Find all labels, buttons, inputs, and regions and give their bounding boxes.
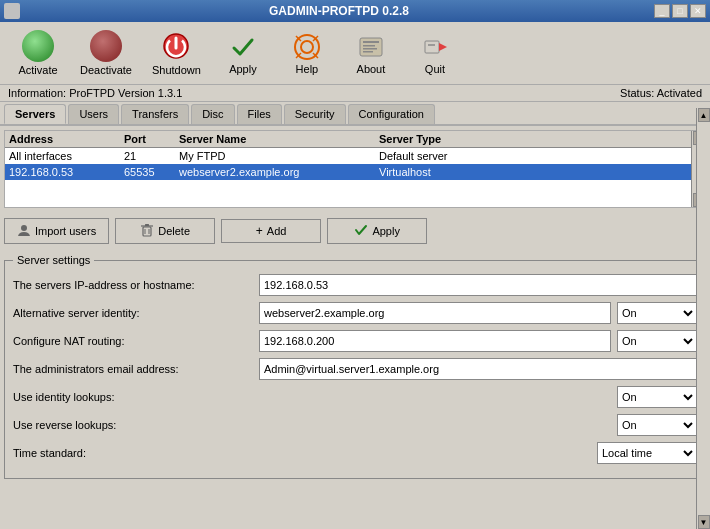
nat-routing-input[interactable] (259, 330, 611, 352)
toolbar-apply-button[interactable]: Apply (213, 27, 273, 79)
svg-rect-13 (425, 41, 439, 53)
status-bar: Information: ProFTPD Version 1.3.1 Statu… (0, 85, 710, 102)
add-button[interactable]: + Add (221, 219, 321, 243)
time-standard-row: Time standard: Local timeUTC (13, 442, 697, 464)
row0-server-name: My FTPD (179, 150, 379, 162)
shutdown-button[interactable]: Shutdown (144, 26, 209, 80)
settings-legend: Server settings (13, 254, 94, 266)
svg-point-16 (21, 225, 27, 231)
ip-address-row: The servers IP-address or hostname: (13, 274, 697, 296)
nat-routing-row: Configure NAT routing: OnOff (13, 330, 697, 352)
window-title: GADMIN-PROFTPD 0.2.8 (24, 4, 654, 18)
tab-transfers[interactable]: Transfers (121, 104, 189, 124)
status-text: Status: Activated (620, 87, 702, 99)
activate-icon (22, 30, 54, 62)
deactivate-button[interactable]: Deactivate (72, 26, 140, 80)
app-window: GADMIN-PROFTPD 0.2.8 _ □ ✕ Activate Deac… (0, 0, 710, 529)
about-icon (355, 31, 387, 63)
reverse-lookups-row: Use reverse lookups: OnOff (13, 414, 697, 436)
col-server-name: Server Name (179, 133, 379, 145)
quit-button[interactable]: Quit (405, 27, 465, 79)
col-port: Port (124, 133, 179, 145)
table-header: Address Port Server Name Server Type (5, 131, 705, 148)
import-users-label: Import users (35, 225, 96, 237)
info-text: Information: ProFTPD Version 1.3.1 (8, 87, 182, 99)
admin-email-row: The administrators email address: (13, 358, 697, 380)
help-button[interactable]: Help (277, 27, 337, 79)
close-button[interactable]: ✕ (690, 4, 706, 18)
app-icon (4, 3, 20, 19)
tab-files[interactable]: Files (237, 104, 282, 124)
toolbar-apply-label: Apply (229, 63, 257, 75)
row1-address: 192.168.0.53 (9, 166, 124, 178)
ip-address-label: The servers IP-address or hostname: (13, 279, 253, 291)
activate-button[interactable]: Activate (8, 26, 68, 80)
identity-lookups-row: Use identity lookups: OnOff (13, 386, 697, 408)
apply-checkmark-icon (354, 223, 368, 239)
maximize-button[interactable]: □ (672, 4, 688, 18)
shutdown-icon (160, 30, 192, 62)
tab-security[interactable]: Security (284, 104, 346, 124)
main-scroll-up[interactable]: ▲ (698, 108, 710, 122)
row1-server-name: webserver2.example.org (179, 166, 379, 178)
deactivate-icon (90, 30, 122, 62)
admin-email-input[interactable] (259, 358, 697, 380)
row1-server-type: Virtualhost (379, 166, 701, 178)
alt-identity-label: Alternative server identity: (13, 307, 253, 319)
tab-disc[interactable]: Disc (191, 104, 234, 124)
svg-rect-9 (363, 41, 379, 43)
help-icon (291, 31, 323, 63)
col-server-type: Server Type (379, 133, 701, 145)
add-label: Add (267, 225, 287, 237)
svg-rect-11 (363, 48, 377, 50)
tab-configuration[interactable]: Configuration (348, 104, 435, 124)
nat-routing-select[interactable]: OnOff (617, 330, 697, 352)
delete-button[interactable]: Delete (115, 218, 215, 244)
table-row[interactable]: 192.168.0.53 65535 webserver2.example.or… (5, 164, 705, 180)
ip-address-input[interactable] (259, 274, 697, 296)
alt-identity-input[interactable] (259, 302, 611, 324)
about-label: About (357, 63, 386, 75)
apply-button[interactable]: Apply (327, 218, 427, 244)
import-users-button[interactable]: Import users (4, 218, 109, 244)
apply-label: Apply (372, 225, 400, 237)
row0-server-type: Default server (379, 150, 701, 162)
activate-label: Activate (18, 64, 57, 76)
tabs-bar: Servers Users Transfers Disc Files Secur… (0, 102, 710, 126)
delete-label: Delete (158, 225, 190, 237)
apply-icon (227, 31, 259, 63)
alt-identity-row: Alternative server identity: OnOff (13, 302, 697, 324)
admin-email-label: The administrators email address: (13, 363, 253, 375)
tab-users[interactable]: Users (68, 104, 119, 124)
import-users-icon (17, 223, 31, 239)
servers-table: Address Port Server Name Server Type All… (4, 130, 706, 208)
svg-point-3 (301, 41, 313, 53)
alt-identity-select[interactable]: OnOff (617, 302, 697, 324)
main-scrollbar[interactable]: ▲ ▼ (696, 108, 710, 529)
svg-rect-19 (145, 224, 149, 226)
time-standard-select[interactable]: Local timeUTC (597, 442, 697, 464)
about-button[interactable]: About (341, 27, 401, 79)
quit-label: Quit (425, 63, 445, 75)
shutdown-label: Shutdown (152, 64, 201, 76)
svg-marker-14 (439, 43, 447, 51)
svg-rect-12 (363, 51, 373, 53)
svg-rect-17 (143, 227, 151, 236)
row0-port: 21 (124, 150, 179, 162)
quit-icon (419, 31, 451, 63)
row0-address: All interfaces (9, 150, 124, 162)
identity-lookups-select[interactable]: OnOff (617, 386, 697, 408)
time-standard-label: Time standard: (13, 447, 253, 459)
table-row[interactable]: All interfaces 21 My FTPD Default server (5, 148, 705, 164)
col-address: Address (9, 133, 124, 145)
minimize-button[interactable]: _ (654, 4, 670, 18)
deactivate-label: Deactivate (80, 64, 132, 76)
delete-icon (140, 223, 154, 239)
tab-servers[interactable]: Servers (4, 104, 66, 124)
main-scroll-down[interactable]: ▼ (698, 515, 710, 529)
server-settings-group: Server settings The servers IP-address o… (4, 254, 706, 479)
add-icon: + (256, 224, 263, 238)
reverse-lookups-select[interactable]: OnOff (617, 414, 697, 436)
window-controls: _ □ ✕ (654, 4, 706, 18)
action-buttons: Import users Delete + Add (0, 212, 710, 250)
